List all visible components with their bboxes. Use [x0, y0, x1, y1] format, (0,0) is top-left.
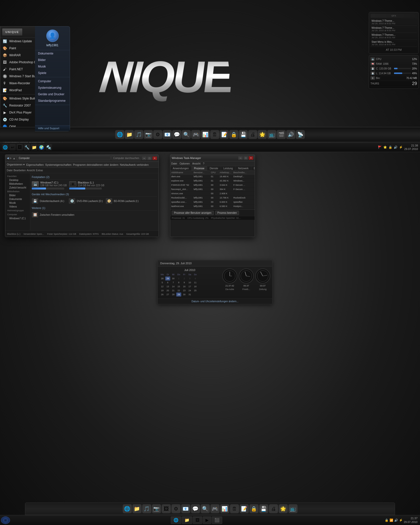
dock-bottom-icon-2[interactable]: 📁 — [132, 504, 142, 513]
dock-bottom-icon-11[interactable]: 📊 — [220, 504, 229, 513]
sidebar-item-windows7[interactable]: Windows7 (C:) — [5, 216, 30, 220]
cal-day-cell[interactable]: 11 — [193, 280, 198, 284]
dock-bottom-icon-3[interactable]: 🎵 — [142, 504, 151, 513]
dock-bottom-icon-10[interactable]: 🎮 — [210, 504, 220, 513]
start-right-pictures[interactable]: Bilder — [35, 57, 70, 63]
calendar-footer[interactable]: Datum- und Uhrzeiteinstellungen ändern..… — [158, 298, 272, 304]
cal-day-cell[interactable]: 2 — [182, 276, 187, 280]
taskbar-app-photoshop[interactable]: 🖼 — [193, 516, 202, 524]
start-right-devices[interactable]: Geräte und Drucker — [35, 91, 70, 98]
cal-day-cell[interactable]: 7 — [171, 280, 176, 284]
drive-item-l[interactable]: 🖥 Blackbox (L:) 114 GB frei von 223 GB — [69, 181, 104, 190]
dock-icon-4[interactable]: 📷 — [144, 130, 153, 139]
taskbar-app-term[interactable]: ⬛ — [212, 516, 222, 524]
sidebar-item-libraries[interactable]: Bibliotheken — [5, 182, 30, 186]
dock-icon-12[interactable]: 📝 — [220, 130, 229, 139]
taskbar-icon-globe[interactable]: 🌍 — [38, 144, 45, 150]
process-row[interactable]: explorer.exe leffy1981 01 43.392 K Windo… — [170, 179, 255, 183]
tm-minimize[interactable]: ─ — [238, 156, 243, 160]
tm-menu-help[interactable]: ? — [203, 162, 204, 165]
cal-day-cell[interactable]: 8 — [176, 280, 181, 284]
cal-day-cell[interactable]: 17 — [187, 284, 192, 288]
dock-bottom-icon-4[interactable]: 📷 — [152, 504, 161, 513]
process-row[interactable]: dwm.exe leffy1981 01 19.460 K Desktopf..… — [170, 174, 255, 179]
start-right-control-panel[interactable]: Systemsteuerung — [35, 84, 70, 91]
removable-item-a[interactable]: 💾 Diskettenlaufwerk (A:) — [32, 198, 67, 204]
toolbar-network[interactable]: Netzlaufwerk verbinden — [120, 163, 149, 166]
cal-day-cell[interactable]: 12 — [160, 284, 165, 288]
cal-day-cell[interactable]: 30 — [171, 276, 176, 280]
start-right-computer[interactable]: Computer — [35, 78, 70, 84]
dock-icon-17[interactable]: 📺 — [267, 130, 276, 139]
dock-bottom-icon-15[interactable]: 💾 — [259, 504, 268, 513]
start-right-games[interactable]: Spiele — [35, 70, 70, 76]
address-bar[interactable]: Computer — [16, 156, 110, 160]
cal-day-cell[interactable]: 28 — [171, 292, 176, 296]
start-right-music[interactable]: Musik — [35, 63, 70, 70]
taskbar-icon-tool[interactable]: 🔧 — [24, 144, 30, 150]
cal-day-cell[interactable]: 15 — [176, 284, 181, 288]
cal-day-cell[interactable]: 14 — [171, 284, 176, 288]
process-row[interactable]: taskhost.exe leffy1981 00 6.580 K Hostpr… — [170, 204, 255, 208]
dock-bottom-icon-16[interactable]: 🖨 — [269, 504, 278, 513]
dock-bottom-icon-13[interactable]: 📝 — [240, 504, 249, 513]
explorer-titlebar[interactable]: ◀ ▶ ▲ Computer Computer durchsuchen ─ □ … — [5, 155, 158, 162]
tm-maximize[interactable]: □ — [244, 156, 248, 160]
tm-tab-users[interactable]: Benutzer — [251, 166, 255, 170]
cal-day-cell[interactable]: 9 — [182, 280, 187, 284]
news-item-2[interactable]: Windows 7 Theme... Jul 29, 2010 at 8:05 … — [370, 26, 417, 33]
dock-bottom-icon-9[interactable]: 🔍 — [201, 504, 210, 513]
dock-icon-18[interactable]: 🎬 — [277, 130, 286, 139]
process-row[interactable]: FSMS32.EXE *32 leffy1981 00 3.644 K F-Se… — [170, 183, 255, 187]
cal-day-cell[interactable]: 3 — [187, 276, 192, 280]
dock-icon-7[interactable]: 💬 — [172, 130, 181, 139]
menu-datei[interactable]: Datei — [7, 169, 12, 172]
explorer-nav-forward[interactable]: ▶ — [10, 156, 12, 160]
menu-ansicht[interactable]: Ansicht — [27, 169, 35, 172]
dock-icon-11[interactable]: 🗓 — [210, 130, 219, 139]
dock-icon-13[interactable]: 🔒 — [229, 130, 238, 139]
cal-day-cell[interactable]: 27 — [165, 292, 170, 296]
minimize-button[interactable]: ─ — [142, 156, 146, 160]
cal-day-cell[interactable]: 4 — [193, 276, 198, 280]
process-row[interactable]: ninvsvc.exe 00 2.908 K — [170, 192, 255, 196]
tm-tab-network[interactable]: Netzwerk — [236, 166, 251, 170]
taskbar-app-browser[interactable]: 🌐 — [171, 516, 181, 524]
dock-bottom-icon-12[interactable]: 🗓 — [230, 504, 239, 513]
news-item-1[interactable]: Windows 7 Theme... Jul 28, 2010 at 8:02 … — [370, 19, 417, 26]
removable-item-i[interactable]: 📀 BD-ROM-Laufwerk (I:) — [106, 198, 141, 204]
cal-day-cell[interactable]: 29 — [165, 276, 170, 280]
tm-menu-options[interactable]: Optionen — [180, 162, 190, 165]
toolbar-system-props[interactable]: Systemeigenschaften — [45, 163, 72, 166]
start-right-documents[interactable]: Dokumente — [35, 50, 70, 57]
cal-day-cell[interactable]: 19 — [160, 288, 165, 292]
process-row[interactable]: fsscorep1_x64... leffy1981 00 364 K F-Se… — [170, 187, 255, 192]
taskbar-app-folder[interactable]: 📁 — [182, 516, 192, 524]
close-button[interactable]: ✕ — [152, 156, 157, 160]
cal-day-cell[interactable]: 10 — [187, 280, 192, 284]
taskbar-icon-folder[interactable]: 📁 — [31, 144, 38, 150]
tm-tab-performance[interactable]: Leistung — [221, 166, 236, 170]
tm-menu-view[interactable]: Ansicht — [192, 162, 200, 165]
cal-day-cell[interactable]: 31 — [187, 292, 192, 296]
taskbar-icon-wrench[interactable]: 🔩 — [46, 144, 52, 150]
dock-icon-3[interactable]: 🎵 — [134, 130, 143, 139]
dock-bottom-icon-6[interactable]: ⚙ — [172, 504, 180, 513]
dock-icon-2[interactable]: 📁 — [125, 130, 134, 139]
dock-bottom-icon-8[interactable]: 💬 — [191, 504, 200, 513]
cal-day-cell[interactable]: 23 — [182, 288, 187, 292]
cal-day-cell[interactable]: 20 — [165, 288, 170, 292]
sidebar-item-music[interactable]: Musik — [5, 201, 30, 205]
toolbar-properties[interactable]: Eigenschaften — [26, 163, 44, 166]
sidebar-item-docs[interactable]: Dokumente — [5, 197, 30, 201]
cal-day-cell[interactable]: 6 — [165, 280, 170, 284]
dock-icon-8[interactable]: 🔍 — [182, 130, 191, 139]
dock-bottom-icon-17[interactable]: 🌟 — [279, 504, 288, 513]
tm-tab-services[interactable]: Dienste — [207, 166, 221, 170]
process-row[interactable]: taskdmgr.exe leffy1981 01 3.196 K Window… — [170, 208, 255, 210]
dock-icon-9[interactable]: 🎮 — [191, 130, 200, 139]
cal-day-cell[interactable]: 29 — [176, 292, 181, 296]
explorer-nav-up[interactable]: ▲ — [13, 157, 16, 160]
tm-tab-apps[interactable]: Anwendungen — [170, 166, 192, 170]
explorer-search[interactable]: Computer durchsuchen — [112, 156, 141, 160]
